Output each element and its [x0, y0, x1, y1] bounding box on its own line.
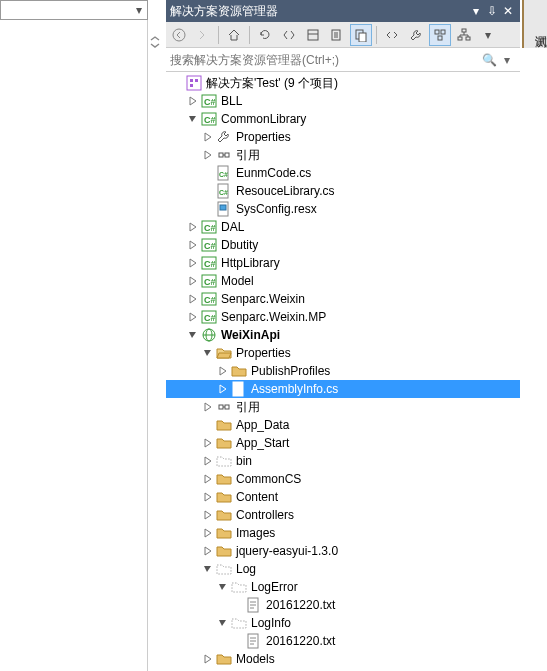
tree-item-label: LogInfo — [251, 616, 291, 630]
close-icon[interactable]: ✕ — [500, 4, 516, 18]
pin-icon[interactable]: ⇩ — [484, 4, 500, 18]
tree-item[interactable]: WeiXinApi — [166, 326, 520, 344]
tree-item[interactable]: SysConfig.resx — [166, 200, 520, 218]
dropdown-icon[interactable]: ▾ — [468, 4, 484, 18]
expand-none — [202, 185, 214, 197]
expand-closed-icon[interactable] — [187, 293, 199, 305]
forward-button[interactable] — [192, 24, 214, 46]
tree-item[interactable]: PublishProfiles — [166, 362, 520, 380]
tree-item[interactable]: 引用 — [166, 146, 520, 164]
expand-open-icon[interactable] — [217, 581, 229, 593]
expand-open-icon[interactable] — [202, 347, 214, 359]
tree-item[interactable]: App_Start — [166, 434, 520, 452]
expand-open-icon[interactable] — [202, 563, 214, 575]
folder-o-icon — [216, 345, 232, 361]
expand-closed-icon[interactable] — [202, 455, 214, 467]
tree-item[interactable]: 20161220.txt — [166, 632, 520, 650]
tree-item[interactable]: Controllers — [166, 506, 520, 524]
expand-closed-icon[interactable] — [202, 491, 214, 503]
wrench-button[interactable] — [405, 24, 427, 46]
tree-item[interactable]: 引用 — [166, 398, 520, 416]
tree-item[interactable]: 解决方案'Test' (9 个项目) — [166, 74, 520, 92]
expand-closed-icon[interactable] — [187, 221, 199, 233]
expand-closed-icon[interactable] — [202, 473, 214, 485]
tree-item-label: Dbutity — [221, 238, 258, 252]
showall-button[interactable] — [350, 24, 372, 46]
preview-button[interactable] — [326, 24, 348, 46]
expand-closed-icon[interactable] — [217, 383, 229, 395]
tree-item[interactable]: C#BLL — [166, 92, 520, 110]
expand-closed-icon[interactable] — [202, 401, 214, 413]
tree-item[interactable]: App_Data — [166, 416, 520, 434]
search-icon[interactable]: 🔍 — [480, 53, 498, 67]
svg-rect-47 — [225, 405, 229, 409]
splitter-handle[interactable] — [148, 34, 162, 50]
tree-item[interactable]: C#HttpLibrary — [166, 254, 520, 272]
expand-closed-icon[interactable] — [217, 365, 229, 377]
expand-open-icon[interactable] — [187, 113, 199, 125]
expand-closed-icon[interactable] — [202, 545, 214, 557]
expand-closed-icon[interactable] — [202, 149, 214, 161]
expand-closed-icon[interactable] — [202, 509, 214, 521]
cs-icon: C# — [201, 255, 217, 271]
expand-none — [232, 599, 244, 611]
tree-item[interactable]: Properties — [166, 128, 520, 146]
expand-open-icon[interactable] — [217, 617, 229, 629]
tree-item[interactable]: C#DAL — [166, 218, 520, 236]
back-button[interactable] — [168, 24, 190, 46]
tree-item[interactable]: jquery-easyui-1.3.0 — [166, 542, 520, 560]
tree-item[interactable]: Models — [166, 650, 520, 668]
tree-item[interactable]: C#AssemblyInfo.cs — [166, 380, 520, 398]
csfile-icon: C# — [216, 165, 232, 181]
search-dropdown-icon[interactable]: ▾ — [498, 53, 516, 67]
expand-open-icon[interactable] — [187, 329, 199, 341]
tree-item[interactable]: C#Model — [166, 272, 520, 290]
tree-item[interactable]: Content — [166, 488, 520, 506]
expand-closed-icon[interactable] — [187, 257, 199, 269]
svg-text:C#: C# — [219, 171, 228, 178]
tree-item[interactable]: bin — [166, 452, 520, 470]
folder-icon — [216, 507, 232, 523]
svg-text:C#: C# — [219, 189, 228, 196]
expand-closed-icon[interactable] — [202, 131, 214, 143]
expand-closed-icon[interactable] — [202, 653, 214, 665]
expand-closed-icon[interactable] — [187, 95, 199, 107]
tree-item[interactable]: C#CommonLibrary — [166, 110, 520, 128]
side-tab-toolbox[interactable]: 测试 — [522, 0, 547, 48]
svg-rect-9 — [462, 29, 466, 32]
tree-item-label: jquery-easyui-1.3.0 — [236, 544, 338, 558]
tree-item[interactable]: Log — [166, 560, 520, 578]
expand-closed-icon[interactable] — [187, 311, 199, 323]
svg-point-0 — [173, 29, 185, 41]
expand-closed-icon[interactable] — [202, 527, 214, 539]
txt-icon — [246, 633, 262, 649]
tree-item[interactable]: C#Senparc.Weixin.MP — [166, 308, 520, 326]
tree-item-label: Model — [221, 274, 254, 288]
refresh-button[interactable] — [254, 24, 276, 46]
left-dropdown[interactable]: ▾ — [0, 0, 148, 20]
expand-closed-icon[interactable] — [187, 239, 199, 251]
tree-item[interactable]: C#Senparc.Weixin — [166, 290, 520, 308]
more-button[interactable]: ▾ — [477, 24, 499, 46]
properties-button[interactable] — [302, 24, 324, 46]
code-button[interactable] — [381, 24, 403, 46]
search-input[interactable] — [170, 53, 480, 67]
class-button[interactable] — [429, 24, 451, 46]
solution-tree[interactable]: 解决方案'Test' (9 个项目)C#BLLC#CommonLibraryPr… — [166, 72, 520, 671]
tree-item[interactable]: C#Dbutity — [166, 236, 520, 254]
tree-item[interactable]: CommonCS — [166, 470, 520, 488]
expand-closed-icon[interactable] — [187, 275, 199, 287]
tree-item-label: AssemblyInfo.cs — [251, 382, 338, 396]
tree-item[interactable]: C#ResouceLibrary.cs — [166, 182, 520, 200]
tree-item[interactable]: LogInfo — [166, 614, 520, 632]
home-button[interactable] — [223, 24, 245, 46]
hierarchy-button[interactable] — [453, 24, 475, 46]
tree-item[interactable]: LogError — [166, 578, 520, 596]
tree-item[interactable]: C#EunmCode.cs — [166, 164, 520, 182]
tree-item[interactable]: Properties — [166, 344, 520, 362]
collapse-button[interactable] — [278, 24, 300, 46]
tree-item[interactable]: Images — [166, 524, 520, 542]
tree-item[interactable]: 20161220.txt — [166, 596, 520, 614]
folder-icon — [216, 525, 232, 541]
expand-closed-icon[interactable] — [202, 437, 214, 449]
